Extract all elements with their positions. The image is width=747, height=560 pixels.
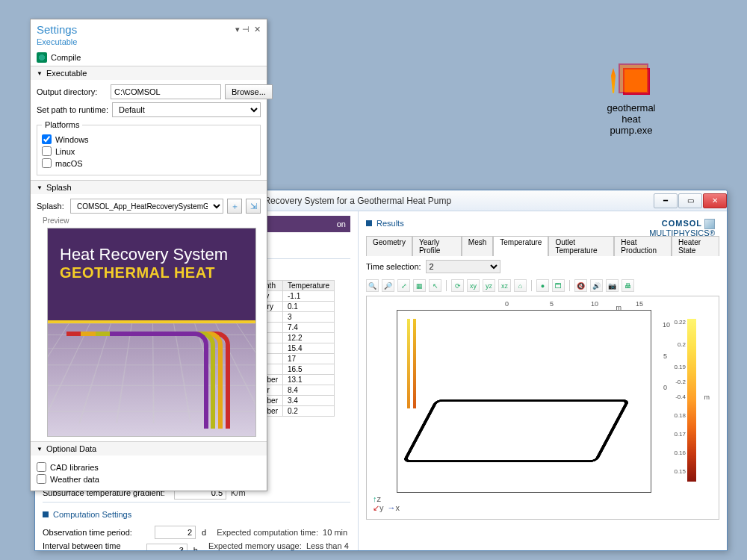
runtime-label: Set path to runtime: — [37, 105, 108, 114]
table-row: nber13.1 — [258, 375, 335, 385]
sound-on-icon[interactable]: 🔊 — [590, 279, 603, 292]
desktop-shortcut[interactable]: geothermal heat pump.exe — [598, 63, 665, 137]
rotate-icon[interactable]: ⟳ — [451, 279, 464, 292]
section-splash-header[interactable]: ▼Splash — [31, 181, 267, 194]
settings-title: Settings — [37, 23, 261, 36]
table-row: nber0.2 — [258, 406, 335, 417]
close-icon[interactable]: ✕ — [254, 25, 261, 34]
output-dir-label: Output directory: — [37, 87, 107, 96]
splash-subtitle: GEOTHERMAL HEAT — [60, 264, 244, 281]
reset-icon[interactable]: ⌂ — [514, 279, 527, 292]
zoom-in-icon[interactable]: 🔍 — [366, 279, 379, 292]
comsol-logo: COMSOL MULTIPHYSICS® — [649, 219, 715, 238]
comp-row: Interval between time steps:h Expected m… — [43, 541, 350, 550]
tab-temperature[interactable]: Temperature — [493, 236, 548, 256]
section-optional-header[interactable]: ▼Optional Data — [31, 442, 267, 455]
section-executable-header[interactable]: ▼Executable — [31, 66, 267, 80]
splash-title: Heat Recovery System — [60, 245, 244, 264]
runtime-select[interactable]: Default — [112, 102, 261, 117]
table-row: 15.4 — [258, 343, 335, 354]
table-row: 12.2 — [258, 333, 335, 343]
platform-windows[interactable]: Windows — [42, 134, 255, 144]
temperature-table: nth Temperature ry-1.1ary0.137.412.215.4… — [258, 280, 335, 417]
table-row: t16.5 — [258, 364, 335, 375]
minimize-button[interactable]: ━ — [654, 193, 678, 208]
yz-icon[interactable]: yz — [483, 279, 495, 292]
browse-button[interactable]: Browse... — [225, 84, 273, 99]
output-dir-input[interactable] — [111, 84, 221, 99]
preview-label: Preview — [43, 217, 261, 225]
table-row: ary0.1 — [258, 302, 335, 312]
image-icon[interactable]: 🗔 — [552, 279, 565, 292]
axis-unit-m-side: m — [704, 393, 710, 401]
tab-mesh[interactable]: Mesh — [462, 236, 493, 256]
settings-subtitle: Executable — [31, 37, 267, 49]
splash-label: Splash: — [37, 202, 66, 211]
platform-macos[interactable]: macOS — [42, 158, 255, 168]
close-button[interactable]: ✕ — [703, 193, 727, 208]
table-row: 3 — [258, 312, 335, 323]
print-icon[interactable]: 🖶 — [622, 279, 634, 292]
comp-input[interactable] — [146, 544, 187, 550]
settings-panel: Settings ▾ ⊣ ✕ Executable Compile ▼Execu… — [30, 19, 267, 491]
zoom-extents-icon[interactable]: ⤢ — [397, 279, 410, 292]
graphics-toolbar: 🔍🔎⤢▦↖⟳xyyzxz⌂●🗔🔇🔊📷🖶 — [366, 277, 719, 294]
table-row: ry-1.1 — [258, 291, 335, 302]
table-row: 17 — [258, 354, 335, 364]
opt-cad libraries[interactable]: CAD libraries — [37, 462, 261, 472]
plot-3d[interactable]: 15 10 5 0 10 5 0 m m 0.22 0.2 0.19 -0.2 … — [366, 296, 719, 520]
table-row: 7.4 — [258, 323, 335, 333]
platforms-legend: Platforms — [42, 120, 82, 129]
xz-icon[interactable]: xz — [498, 279, 511, 292]
axis-triad: ↑z ↙y →x — [373, 494, 400, 513]
record-icon[interactable]: ● — [536, 279, 549, 292]
axis-unit-m: m — [616, 304, 622, 311]
compile-button[interactable]: Compile — [51, 53, 81, 62]
export-splash-button[interactable]: ⇲ — [246, 199, 261, 214]
time-select[interactable]: 2 — [426, 260, 500, 273]
comp-row: Observation time period:d Expected compu… — [43, 526, 350, 539]
camera-icon[interactable]: 📷 — [606, 279, 619, 292]
tab-geometry[interactable]: Geometry — [366, 236, 412, 256]
tab-heater state[interactable]: Heater State — [672, 236, 719, 256]
select-icon[interactable]: ↖ — [429, 279, 441, 292]
platform-linux[interactable]: Linux — [42, 146, 255, 156]
app-icon — [613, 63, 650, 99]
splash-select[interactable]: COMSOL_App_HeatRecoverySystemGeothermalH… — [70, 199, 223, 214]
right-pane: COMSOL MULTIPHYSICS® Results GeometryYea… — [359, 211, 727, 550]
time-label: Time selection: — [366, 262, 421, 271]
desktop-shortcut-label: geothermal heat pump.exe — [598, 103, 665, 137]
pipe-riser — [413, 319, 416, 408]
xy-icon[interactable]: xy — [467, 279, 480, 292]
sound-off-icon[interactable]: 🔇 — [574, 279, 587, 292]
add-splash-button[interactable]: ＋ — [227, 199, 242, 214]
section-computation: Computation Settings — [43, 507, 350, 523]
maximize-button[interactable]: ▭ — [678, 193, 702, 208]
comp-input[interactable] — [155, 526, 196, 539]
zoom-out-icon[interactable]: 🔎 — [382, 279, 394, 292]
tab-heat production[interactable]: Heat Production — [614, 236, 672, 256]
pin-icon[interactable]: ▾ ⊣ — [235, 25, 249, 34]
tab-yearly profile[interactable]: Yearly Profile — [412, 236, 462, 256]
tab-outlet temperature[interactable]: Outlet Temperature — [548, 236, 614, 256]
col-temp: Temperature — [283, 281, 335, 291]
table-row: er8.4 — [258, 385, 335, 396]
table-row: nber3.4 — [258, 396, 335, 406]
colorbar — [687, 319, 696, 482]
result-tabs: GeometryYearly ProfileMeshTemperatureOut… — [366, 235, 719, 256]
compile-icon — [37, 52, 47, 63]
opt-weather data[interactable]: Weather data — [37, 474, 261, 484]
splash-preview: Heat Recovery System GEOTHERMAL HEAT — [47, 228, 256, 437]
zoom-box-icon[interactable]: ▦ — [413, 279, 426, 292]
pipe-riser — [407, 319, 410, 408]
pipe-coil — [403, 399, 630, 462]
